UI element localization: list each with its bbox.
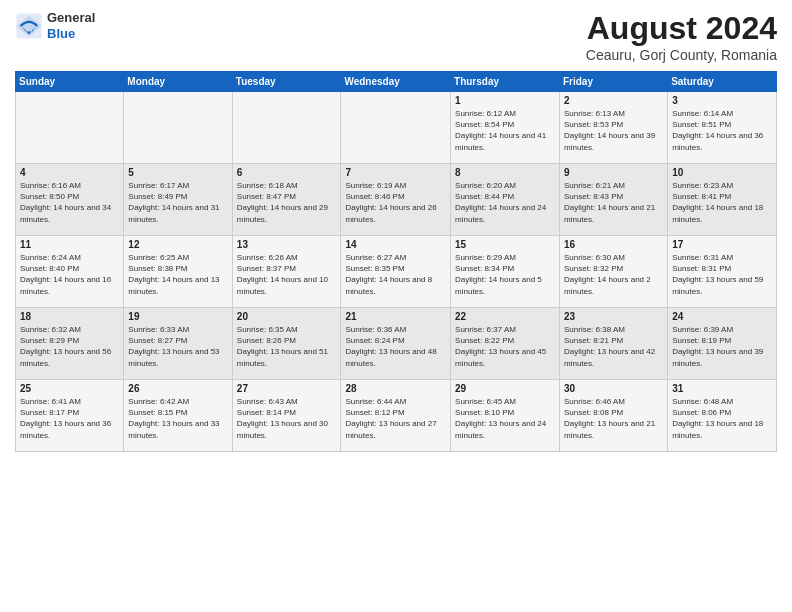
day-number: 17	[672, 239, 772, 250]
day-info: Sunrise: 6:27 AM Sunset: 8:35 PM Dayligh…	[345, 252, 446, 297]
day-number: 3	[672, 95, 772, 106]
day-cell: 11Sunrise: 6:24 AM Sunset: 8:40 PM Dayli…	[16, 236, 124, 308]
col-saturday: Saturday	[668, 72, 777, 92]
day-cell: 1Sunrise: 6:12 AM Sunset: 8:54 PM Daylig…	[451, 92, 560, 164]
day-number: 2	[564, 95, 663, 106]
day-cell: 30Sunrise: 6:46 AM Sunset: 8:08 PM Dayli…	[559, 380, 667, 452]
day-cell: 5Sunrise: 6:17 AM Sunset: 8:49 PM Daylig…	[124, 164, 232, 236]
logo-general: General	[47, 10, 95, 26]
day-number: 9	[564, 167, 663, 178]
day-cell: 25Sunrise: 6:41 AM Sunset: 8:17 PM Dayli…	[16, 380, 124, 452]
calendar-header: Sunday Monday Tuesday Wednesday Thursday…	[16, 72, 777, 92]
day-info: Sunrise: 6:43 AM Sunset: 8:14 PM Dayligh…	[237, 396, 337, 441]
week-row-3: 18Sunrise: 6:32 AM Sunset: 8:29 PM Dayli…	[16, 308, 777, 380]
day-cell: 29Sunrise: 6:45 AM Sunset: 8:10 PM Dayli…	[451, 380, 560, 452]
day-number: 1	[455, 95, 555, 106]
day-info: Sunrise: 6:17 AM Sunset: 8:49 PM Dayligh…	[128, 180, 227, 225]
day-cell: 23Sunrise: 6:38 AM Sunset: 8:21 PM Dayli…	[559, 308, 667, 380]
day-number: 30	[564, 383, 663, 394]
day-info: Sunrise: 6:36 AM Sunset: 8:24 PM Dayligh…	[345, 324, 446, 369]
day-info: Sunrise: 6:20 AM Sunset: 8:44 PM Dayligh…	[455, 180, 555, 225]
day-info: Sunrise: 6:24 AM Sunset: 8:40 PM Dayligh…	[20, 252, 119, 297]
day-info: Sunrise: 6:46 AM Sunset: 8:08 PM Dayligh…	[564, 396, 663, 441]
day-info: Sunrise: 6:33 AM Sunset: 8:27 PM Dayligh…	[128, 324, 227, 369]
sub-title: Ceauru, Gorj County, Romania	[586, 47, 777, 63]
logo-icon	[15, 12, 43, 40]
day-number: 20	[237, 311, 337, 322]
day-info: Sunrise: 6:44 AM Sunset: 8:12 PM Dayligh…	[345, 396, 446, 441]
day-cell: 12Sunrise: 6:25 AM Sunset: 8:38 PM Dayli…	[124, 236, 232, 308]
day-number: 18	[20, 311, 119, 322]
logo: General Blue	[15, 10, 95, 41]
day-number: 23	[564, 311, 663, 322]
day-cell: 15Sunrise: 6:29 AM Sunset: 8:34 PM Dayli…	[451, 236, 560, 308]
col-tuesday: Tuesday	[232, 72, 341, 92]
col-wednesday: Wednesday	[341, 72, 451, 92]
col-thursday: Thursday	[451, 72, 560, 92]
day-info: Sunrise: 6:26 AM Sunset: 8:37 PM Dayligh…	[237, 252, 337, 297]
week-row-1: 4Sunrise: 6:16 AM Sunset: 8:50 PM Daylig…	[16, 164, 777, 236]
calendar-table: Sunday Monday Tuesday Wednesday Thursday…	[15, 71, 777, 452]
week-row-2: 11Sunrise: 6:24 AM Sunset: 8:40 PM Dayli…	[16, 236, 777, 308]
day-number: 28	[345, 383, 446, 394]
day-cell: 7Sunrise: 6:19 AM Sunset: 8:46 PM Daylig…	[341, 164, 451, 236]
header-row: Sunday Monday Tuesday Wednesday Thursday…	[16, 72, 777, 92]
day-cell	[341, 92, 451, 164]
day-info: Sunrise: 6:16 AM Sunset: 8:50 PM Dayligh…	[20, 180, 119, 225]
day-info: Sunrise: 6:12 AM Sunset: 8:54 PM Dayligh…	[455, 108, 555, 153]
day-info: Sunrise: 6:37 AM Sunset: 8:22 PM Dayligh…	[455, 324, 555, 369]
day-number: 4	[20, 167, 119, 178]
day-cell: 21Sunrise: 6:36 AM Sunset: 8:24 PM Dayli…	[341, 308, 451, 380]
week-row-4: 25Sunrise: 6:41 AM Sunset: 8:17 PM Dayli…	[16, 380, 777, 452]
day-info: Sunrise: 6:25 AM Sunset: 8:38 PM Dayligh…	[128, 252, 227, 297]
day-info: Sunrise: 6:41 AM Sunset: 8:17 PM Dayligh…	[20, 396, 119, 441]
day-number: 16	[564, 239, 663, 250]
day-cell: 2Sunrise: 6:13 AM Sunset: 8:53 PM Daylig…	[559, 92, 667, 164]
day-number: 25	[20, 383, 119, 394]
day-cell: 10Sunrise: 6:23 AM Sunset: 8:41 PM Dayli…	[668, 164, 777, 236]
day-number: 19	[128, 311, 227, 322]
header: General Blue August 2024 Ceauru, Gorj Co…	[15, 10, 777, 63]
day-cell	[232, 92, 341, 164]
day-cell: 9Sunrise: 6:21 AM Sunset: 8:43 PM Daylig…	[559, 164, 667, 236]
day-cell: 17Sunrise: 6:31 AM Sunset: 8:31 PM Dayli…	[668, 236, 777, 308]
day-number: 15	[455, 239, 555, 250]
day-info: Sunrise: 6:35 AM Sunset: 8:26 PM Dayligh…	[237, 324, 337, 369]
day-cell: 26Sunrise: 6:42 AM Sunset: 8:15 PM Dayli…	[124, 380, 232, 452]
day-number: 24	[672, 311, 772, 322]
day-number: 14	[345, 239, 446, 250]
page: General Blue August 2024 Ceauru, Gorj Co…	[0, 0, 792, 612]
day-number: 29	[455, 383, 555, 394]
day-info: Sunrise: 6:19 AM Sunset: 8:46 PM Dayligh…	[345, 180, 446, 225]
day-cell: 16Sunrise: 6:30 AM Sunset: 8:32 PM Dayli…	[559, 236, 667, 308]
day-cell: 19Sunrise: 6:33 AM Sunset: 8:27 PM Dayli…	[124, 308, 232, 380]
day-cell: 24Sunrise: 6:39 AM Sunset: 8:19 PM Dayli…	[668, 308, 777, 380]
day-info: Sunrise: 6:45 AM Sunset: 8:10 PM Dayligh…	[455, 396, 555, 441]
day-cell: 28Sunrise: 6:44 AM Sunset: 8:12 PM Dayli…	[341, 380, 451, 452]
day-number: 12	[128, 239, 227, 250]
day-info: Sunrise: 6:31 AM Sunset: 8:31 PM Dayligh…	[672, 252, 772, 297]
day-info: Sunrise: 6:18 AM Sunset: 8:47 PM Dayligh…	[237, 180, 337, 225]
main-title: August 2024	[586, 10, 777, 47]
day-number: 31	[672, 383, 772, 394]
day-number: 7	[345, 167, 446, 178]
day-cell: 8Sunrise: 6:20 AM Sunset: 8:44 PM Daylig…	[451, 164, 560, 236]
calendar-body: 1Sunrise: 6:12 AM Sunset: 8:54 PM Daylig…	[16, 92, 777, 452]
day-number: 27	[237, 383, 337, 394]
day-info: Sunrise: 6:38 AM Sunset: 8:21 PM Dayligh…	[564, 324, 663, 369]
day-number: 21	[345, 311, 446, 322]
day-info: Sunrise: 6:32 AM Sunset: 8:29 PM Dayligh…	[20, 324, 119, 369]
day-number: 6	[237, 167, 337, 178]
day-cell: 22Sunrise: 6:37 AM Sunset: 8:22 PM Dayli…	[451, 308, 560, 380]
day-info: Sunrise: 6:29 AM Sunset: 8:34 PM Dayligh…	[455, 252, 555, 297]
day-number: 11	[20, 239, 119, 250]
col-sunday: Sunday	[16, 72, 124, 92]
day-cell: 13Sunrise: 6:26 AM Sunset: 8:37 PM Dayli…	[232, 236, 341, 308]
day-info: Sunrise: 6:23 AM Sunset: 8:41 PM Dayligh…	[672, 180, 772, 225]
logo-text: General Blue	[47, 10, 95, 41]
day-info: Sunrise: 6:21 AM Sunset: 8:43 PM Dayligh…	[564, 180, 663, 225]
day-cell: 18Sunrise: 6:32 AM Sunset: 8:29 PM Dayli…	[16, 308, 124, 380]
day-info: Sunrise: 6:14 AM Sunset: 8:51 PM Dayligh…	[672, 108, 772, 153]
day-number: 10	[672, 167, 772, 178]
day-number: 8	[455, 167, 555, 178]
